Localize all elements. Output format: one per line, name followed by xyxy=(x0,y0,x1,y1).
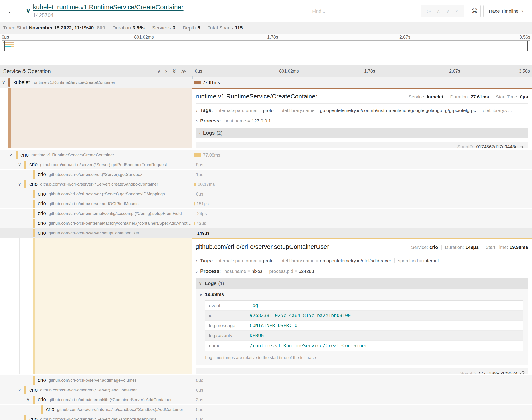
trace-collapse-chevron-icon[interactable]: ∨ xyxy=(26,7,31,15)
span-operation-name: runtime.v1.RuntimeService/CreateContaine… xyxy=(32,80,115,85)
span-collapse-chevron-icon[interactable]: ∨ xyxy=(9,152,13,157)
top-bar: ← ∨ kubelet: runtime.v1.RuntimeService/C… xyxy=(0,0,532,22)
logs-section-header[interactable]: ∨ Logs (1) xyxy=(196,278,528,288)
span-id-value: 0174567d17a0448e xyxy=(476,144,517,148)
span-duration-label: 0μs xyxy=(196,417,203,420)
log-marker xyxy=(201,153,201,157)
locate-icon[interactable]: ◎ xyxy=(427,8,431,14)
chevron-down-icon: ∨ xyxy=(521,9,524,13)
span-duration-bar[interactable] xyxy=(194,173,194,176)
span-duration-bar[interactable] xyxy=(194,222,195,225)
back-button[interactable]: ← xyxy=(0,0,22,22)
span-row-setupcontaineruser[interactable]: criogithub.com/cri-o/cri-o/server.setupC… xyxy=(0,228,532,238)
span-duration-bar[interactable] xyxy=(194,408,194,411)
span-duration-label: 6μs xyxy=(196,387,203,392)
span-row-sandbox-addcontainer[interactable]: criogithub.com/cri-o/cri-o/internal/lib/… xyxy=(0,405,532,414)
span-duration-label: 43μs xyxy=(196,221,206,226)
span-duration-bar[interactable] xyxy=(194,202,195,205)
span-row-addocibindmounts[interactable]: criogithub.com/cri-o/cri-o/server.addOCI… xyxy=(0,199,532,209)
log-entry-timestamp: 19.99ms xyxy=(205,292,224,297)
trace-title-block: ∨ kubelet: runtime.v1.RuntimeService/Cre… xyxy=(26,3,184,18)
span-collapse-chevron-icon[interactable]: ∨ xyxy=(18,387,21,392)
log-field-row: name/runtime.v1.RuntimeService/CreateCon… xyxy=(205,341,523,351)
span-id-value: 51cf7f38e5128574 xyxy=(479,371,517,374)
span-detail-title: github.com/cri-o/cri-o/server.setupConta… xyxy=(196,243,329,250)
find-input[interactable] xyxy=(309,5,421,17)
minimap-scrubber-left[interactable] xyxy=(3,41,5,51)
span-row-getpodsandboxfromrequest[interactable]: ∨criogithub.com/cri-o/cri-o/server.(*Ser… xyxy=(0,160,532,170)
find-prev-icon[interactable]: ∧ xyxy=(437,8,440,14)
expand-chevron-icon[interactable]: › xyxy=(196,269,198,274)
span-rows: criogithub.com/cri-o/cri-o/server.addIma… xyxy=(0,375,532,420)
minimap-span-bar xyxy=(5,44,14,45)
span-start-value: 0μs xyxy=(520,94,528,100)
expand-chevron-icon[interactable]: › xyxy=(196,118,198,123)
span-duration-bar[interactable] xyxy=(194,163,194,166)
expand-one-icon[interactable]: › xyxy=(165,68,167,75)
command-icon: ⌘ xyxy=(472,8,478,15)
span-row-kubelet-createcontainer[interactable]: ∨ kubelet runtime.v1.RuntimeService/Crea… xyxy=(0,77,532,88)
collapse-one-icon[interactable]: ∨ xyxy=(157,68,161,74)
find-next-icon[interactable]: ∨ xyxy=(446,8,449,14)
span-row-getsandboxidmappings-2[interactable]: criogithub.com/cri-o/cri-o/server.(*Serv… xyxy=(0,414,532,420)
span-row-specaddannotations[interactable]: criogithub.com/cri-o/cri-o/internal/fact… xyxy=(0,218,532,228)
service-color-accent xyxy=(16,151,17,159)
span-row-createsandboxcontainer[interactable]: ∨criogithub.com/cri-o/cri-o/server.(*Ser… xyxy=(0,180,532,189)
expand-all-icon[interactable]: ≫ xyxy=(181,68,186,74)
span-duration-bar[interactable] xyxy=(194,388,194,392)
collapse-chevron-icon: ∨ xyxy=(199,292,203,297)
span-detail-panel-setupcontaineruser: github.com/cri-o/cri-o/server.setupConta… xyxy=(0,238,532,375)
tags-row[interactable]: › Tags: internal.span.format=proto otel.… xyxy=(196,257,528,264)
span-collapse-chevron-icon[interactable]: ∨ xyxy=(18,181,21,187)
span-row-addcontainer[interactable]: ∨criogithub.com/cri-o/cri-o/server.(*Ser… xyxy=(0,385,532,395)
service-color-accent xyxy=(24,386,26,394)
span-collapse-chevron-icon[interactable]: ∨ xyxy=(26,397,30,402)
logs-section-header[interactable]: › Logs (2) xyxy=(196,128,528,138)
span-duration-bar[interactable] xyxy=(194,182,196,186)
span-color-strip xyxy=(8,88,11,148)
collapse-all-icon[interactable]: ≫ xyxy=(171,69,177,74)
keyboard-shortcuts-button[interactable]: ⌘ xyxy=(469,5,481,17)
process-row[interactable]: › Process: host.name=nixos process.pid=6… xyxy=(196,268,528,275)
span-row-getsandboxidmappings[interactable]: criogithub.com/cri-o/cri-o/server.(*Serv… xyxy=(0,189,532,199)
span-detail-panel-kubelet: runtime.v1.RuntimeService/CreateContaine… xyxy=(0,88,532,150)
back-arrow-icon: ← xyxy=(7,7,15,15)
find-clear-icon[interactable]: × xyxy=(455,8,458,14)
span-duration-bar[interactable] xyxy=(194,192,194,195)
expand-chevron-icon[interactable]: › xyxy=(196,258,198,263)
process-row[interactable]: › Process: host.name=127.0.0.1 xyxy=(196,117,528,124)
expand-chevron-icon[interactable]: › xyxy=(196,108,198,113)
span-collapse-chevron-icon[interactable]: ∨ xyxy=(18,162,21,167)
trace-minimap[interactable] xyxy=(1,40,531,61)
service-operation-label: Service & Operation xyxy=(3,68,51,74)
span-duration-bar[interactable] xyxy=(194,81,201,84)
minimap-scrubber-right[interactable] xyxy=(527,41,529,51)
tags-row[interactable]: › Tags: internal.span.format=proto otel.… xyxy=(196,107,528,114)
expand-chevron-icon: › xyxy=(199,131,200,136)
tree-guide-line xyxy=(11,238,11,374)
span-row-containerserver-addcontainer[interactable]: ∨criogithub.com/cri-o/cri-o/internal/lib… xyxy=(0,395,532,405)
span-duration-bar[interactable] xyxy=(194,212,194,215)
deep-link-icon[interactable] xyxy=(519,144,525,148)
span-id-footer: SpanID: 0174567d17a0448e xyxy=(196,142,528,148)
trace-view-selector[interactable]: Trace Timeline ∨ xyxy=(483,5,528,17)
span-row-addimagevolumes[interactable]: criogithub.com/cri-o/cri-o/server.addIma… xyxy=(0,375,532,385)
span-duration-value: 77.61ms xyxy=(470,94,489,100)
span-row-crio-createcontainer[interactable]: ∨crioruntime.v1.RuntimeService/CreateCon… xyxy=(0,150,532,160)
span-row-getsandbox[interactable]: criogithub.com/cri-o/cri-o/server.(*Serv… xyxy=(0,170,532,180)
span-duration-bar[interactable] xyxy=(194,378,194,382)
span-duration-bar[interactable] xyxy=(194,153,201,157)
span-duration-bar[interactable] xyxy=(194,418,194,420)
trace-title-link[interactable]: kubelet: runtime.v1.RuntimeService/Creat… xyxy=(33,3,184,11)
log-entry-header[interactable]: ∨ 19.99ms xyxy=(199,292,524,297)
column-resizer-handle[interactable]: || xyxy=(192,76,193,80)
span-row-setupfromfield[interactable]: criogithub.com/cri-o/cri-o/internal/conf… xyxy=(0,209,532,218)
service-color-accent xyxy=(24,415,26,420)
span-duration-label: 149μs xyxy=(197,230,209,236)
span-duration-bar[interactable] xyxy=(194,231,194,235)
trace-duration: Duration3.56s xyxy=(109,25,148,31)
span-duration-bar[interactable] xyxy=(194,398,194,401)
span-collapse-chevron-icon[interactable]: ∨ xyxy=(2,80,5,85)
deep-link-icon[interactable] xyxy=(519,371,525,374)
tree-guide-line xyxy=(28,238,28,374)
